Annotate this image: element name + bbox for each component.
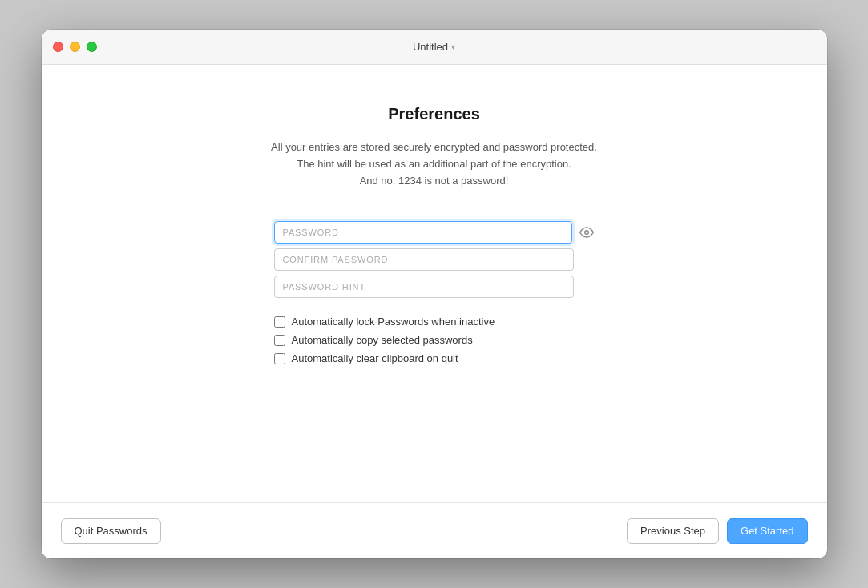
- previous-step-button[interactable]: Previous Step: [627, 518, 719, 544]
- toggle-password-icon[interactable]: [579, 224, 595, 240]
- checkbox-auto-lock[interactable]: Automatically lock Passwords when inacti…: [274, 316, 595, 328]
- main-content: Preferences All your entries are stored …: [42, 65, 827, 502]
- title-text: Untitled: [413, 41, 448, 53]
- description-line1: All your entries are stored securely enc…: [271, 139, 597, 156]
- window-title: Untitled ▾: [413, 41, 455, 53]
- page-title: Preferences: [388, 105, 480, 123]
- quit-button[interactable]: Quit Passwords: [61, 518, 161, 544]
- title-chevron-icon: ▾: [451, 42, 455, 51]
- auto-copy-checkbox[interactable]: [274, 335, 285, 346]
- confirm-password-input[interactable]: [274, 248, 574, 271]
- auto-clear-label: Automatically clear clipboard on quit: [292, 352, 458, 364]
- description-line3: And no, 1234 is not a password!: [271, 173, 597, 190]
- traffic-lights: [53, 42, 97, 52]
- form-area: Automatically lock Passwords when inacti…: [274, 221, 595, 364]
- auto-lock-checkbox[interactable]: [274, 316, 285, 328]
- titlebar: Untitled ▾: [42, 30, 827, 65]
- close-button[interactable]: [53, 42, 63, 52]
- password-hint-input[interactable]: [274, 276, 574, 298]
- checkbox-auto-clear[interactable]: Automatically clear clipboard on quit: [274, 352, 595, 364]
- footer: Quit Passwords Previous Step Get Started: [42, 502, 827, 558]
- checkbox-auto-copy[interactable]: Automatically copy selected passwords: [274, 334, 595, 346]
- minimize-button[interactable]: [70, 42, 80, 52]
- description: All your entries are stored securely enc…: [271, 139, 597, 189]
- auto-copy-label: Automatically copy selected passwords: [292, 334, 473, 346]
- password-input[interactable]: [274, 221, 572, 244]
- auto-lock-label: Automatically lock Passwords when inacti…: [292, 316, 495, 328]
- password-hint-row: [274, 276, 595, 298]
- checkboxes-group: Automatically lock Passwords when inacti…: [274, 316, 595, 364]
- app-window: Untitled ▾ Preferences All your entries …: [42, 30, 827, 558]
- get-started-button[interactable]: Get Started: [727, 518, 807, 544]
- auto-clear-checkbox[interactable]: [274, 353, 285, 364]
- description-line2: The hint will be used as an additional p…: [271, 156, 597, 173]
- confirm-password-row: [274, 248, 595, 271]
- maximize-button[interactable]: [87, 42, 97, 52]
- footer-right-buttons: Previous Step Get Started: [627, 518, 807, 544]
- svg-point-0: [584, 231, 588, 235]
- password-row: [274, 221, 595, 244]
